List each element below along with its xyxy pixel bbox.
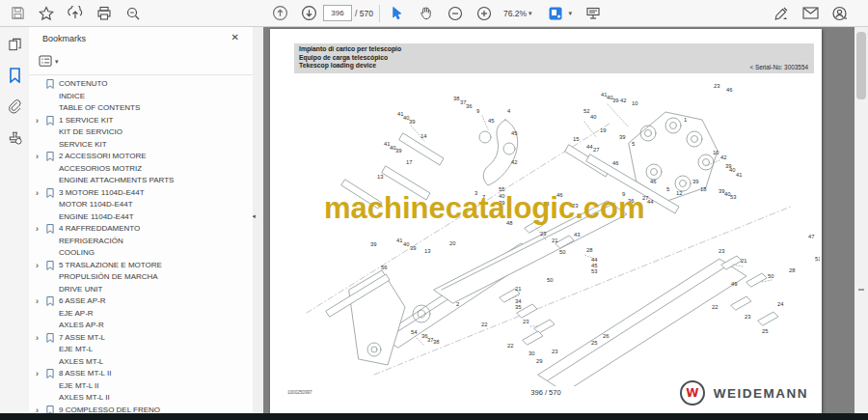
bookmarks-panel: Bookmarks ✕ ▾ CONTENUTOINDICETABLE OF CO… xyxy=(29,26,253,413)
bookmark-label: 6 ASSE AP-R xyxy=(59,296,105,305)
document-viewport[interactable]: Impianto di carico per telescopio Equipo… xyxy=(262,26,854,413)
part-callout: 15 xyxy=(573,136,579,142)
chevron-right-icon[interactable]: › xyxy=(36,368,45,380)
account-icon[interactable] xyxy=(827,3,851,24)
part-callout: 17 xyxy=(406,159,412,165)
page-view-icon[interactable] xyxy=(544,3,567,24)
bookmark-entry-subtitle: DRIVE UNIT xyxy=(29,284,237,296)
bookmark-label: TABLE OF CONTENTS xyxy=(59,103,140,112)
bookmarks-icon[interactable] xyxy=(0,63,29,88)
part-callout: 24 xyxy=(777,301,784,307)
email-icon[interactable] xyxy=(799,3,822,24)
close-icon[interactable]: ✕ xyxy=(231,32,239,42)
bookmark-label: PROPULSIÓN DE MARCHA xyxy=(59,272,158,281)
stamp-icon[interactable] xyxy=(0,125,29,150)
part-callout: 42 xyxy=(720,154,726,160)
part-callout: 39 xyxy=(370,241,376,247)
page-number-input[interactable] xyxy=(323,5,352,21)
part-callout: 23 xyxy=(552,349,557,354)
bookmark-label: 9 COMPLESSO DEL FRENO xyxy=(59,406,160,414)
chevron-right-icon[interactable]: › xyxy=(36,151,45,163)
part-callout: 29 xyxy=(536,358,542,364)
hand-tool-icon[interactable] xyxy=(415,3,438,24)
bookmark-entry[interactable]: ›4 RAFFREDDAMENTOREFRIGERACIÓNCOOLING xyxy=(29,223,237,260)
part-callout: 41 xyxy=(736,172,742,178)
chevron-right-icon[interactable]: › xyxy=(36,405,45,414)
part-callout: 42 xyxy=(620,98,626,103)
bookmark-entry-subtitle: PROPULSIÓN DE MARCHA xyxy=(29,271,237,284)
watermark-text: machinecatalogic.com xyxy=(324,191,645,226)
bookmark-label: SERVICE KIT xyxy=(59,140,107,149)
part-callout: 23 xyxy=(540,231,546,237)
part-callout: 53 xyxy=(591,268,597,274)
bookmark-entry[interactable]: ›6 ASSE AP-REJE AP-RAXLES AP-R xyxy=(29,295,237,332)
bookmark-label: 2 ACCESSORI MOTORE xyxy=(59,152,147,160)
bookmark-label: 3 MOTORE 1104D-E44T xyxy=(59,188,145,197)
save-icon[interactable] xyxy=(6,3,29,24)
zoom-level-value[interactable]: 76.2% xyxy=(503,9,527,18)
part-callout: 22 xyxy=(507,343,513,349)
bookmark-entry[interactable]: ›9 COMPLESSO DEL FRENO xyxy=(29,405,237,414)
star-icon[interactable] xyxy=(35,3,58,24)
chevron-right-icon[interactable]: › xyxy=(36,295,45,308)
bookmark-entry[interactable]: CONTENUTOINDICETABLE OF CONTENTS xyxy=(29,78,237,115)
serial-number: < Serial-No: 3003554 xyxy=(749,64,808,70)
part-callout: 50 xyxy=(547,277,553,283)
part-callout: 14 xyxy=(420,133,427,139)
bookmark-entry[interactable]: ›1 SERVICE KITKIT DE SERVICIOSERVICE KIT xyxy=(29,115,237,152)
bookmark-label: REFRIGERACIÓN xyxy=(59,237,123,245)
select-tool-icon[interactable] xyxy=(386,3,409,24)
zoom-caret-icon[interactable]: ▾ xyxy=(529,10,532,17)
bookmark-label: AXLES MT-L xyxy=(59,357,103,366)
print-icon[interactable] xyxy=(93,3,116,24)
part-callout: 36 xyxy=(466,103,472,109)
chevron-right-icon[interactable]: › xyxy=(36,332,45,345)
bookmark-entry[interactable]: ›8 ASSE MT-L IIEJE MT-L IIAXLES MT-L II xyxy=(29,368,237,405)
next-page-icon[interactable] xyxy=(297,3,320,24)
bookmark-entry-subtitle: ACCESORIOS MOTRIZ xyxy=(29,163,237,176)
previous-page-icon[interactable] xyxy=(268,3,291,24)
zoom-in-icon[interactable] xyxy=(473,3,496,24)
page-thumbnails-icon[interactable] xyxy=(0,32,29,57)
part-callout: 12 xyxy=(676,190,682,196)
bookmark-entry[interactable]: ›5 TRASLAZIONE E MOTOREPROPULSIÓN DE MAR… xyxy=(29,260,237,296)
document-scrollbar-thumb[interactable] xyxy=(856,32,866,99)
chevron-right-icon[interactable]: › xyxy=(36,260,45,272)
chevron-right-icon[interactable]: › xyxy=(36,115,45,127)
part-callout: 51 xyxy=(815,256,820,262)
bookmark-entry-subtitle: REFRIGERACIÓN xyxy=(29,236,237,248)
search-icon[interactable] xyxy=(122,3,145,24)
chevron-right-icon[interactable]: › xyxy=(36,223,45,236)
bookmark-entry[interactable]: ›2 ACCESSORI MOTOREACCESORIOS MOTRIZENGI… xyxy=(29,151,237,187)
bookmark-label: COOLING xyxy=(59,248,95,257)
bookmark-label: EJE AP-R xyxy=(59,309,94,318)
page-view-caret-icon[interactable]: ▾ xyxy=(569,10,573,17)
bookmarks-panel-header: Bookmarks ✕ xyxy=(29,26,253,49)
part-callout: 43 xyxy=(574,232,580,238)
part-callout: 54 xyxy=(411,329,418,335)
bookmark-options-icon[interactable]: ▾ xyxy=(39,55,59,68)
bookmark-entry-subtitle: COOLING xyxy=(29,247,237,260)
part-callout: 50 xyxy=(768,273,773,279)
part-callout: 21 xyxy=(552,238,557,243)
chevron-right-icon[interactable]: › xyxy=(36,187,45,200)
bookmark-entry-subtitle: EJE AP-R xyxy=(29,308,237,321)
share-upload-icon[interactable] xyxy=(64,3,87,24)
part-callout: 28 xyxy=(789,267,795,273)
bookmark-entry[interactable]: ›7 ASSE MT-LEJE MT-LAXLES MT-L xyxy=(29,332,237,369)
document-scrollbar[interactable] xyxy=(854,26,868,413)
bookmark-entry-title: ›7 ASSE MT-L xyxy=(29,332,237,345)
part-callout: 45 xyxy=(488,118,494,124)
attachments-icon[interactable] xyxy=(0,94,29,119)
bookmark-entry-title: ›1 SERVICE KIT xyxy=(29,115,237,127)
zoom-out-icon[interactable] xyxy=(444,3,467,24)
bookmark-entry[interactable]: ›3 MOTORE 1104D-E44TMOTOR 1104D-E44TENGI… xyxy=(29,187,237,224)
part-callout: 19 xyxy=(600,127,606,133)
part-callout: 52 xyxy=(583,108,589,114)
part-callout: 40 xyxy=(403,241,409,247)
sign-pen-icon[interactable] xyxy=(770,3,793,24)
header-line-it: Impianto di carico per telescopio xyxy=(299,45,401,54)
bookmark-label: MOTOR 1104D-E44T xyxy=(59,200,133,209)
reading-mode-icon[interactable] xyxy=(582,3,605,24)
bookmark-label: AXLES MT-L II xyxy=(59,393,110,402)
